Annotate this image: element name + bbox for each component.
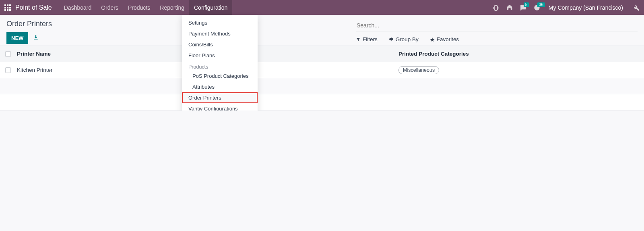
- support-icon[interactable]: [503, 0, 516, 15]
- new-button[interactable]: NEW: [6, 32, 28, 44]
- search-input[interactable]: [356, 20, 638, 31]
- svg-rect-8: [9, 9, 11, 11]
- nav-dashboard[interactable]: Dashboard: [59, 0, 97, 15]
- svg-rect-6: [4, 9, 6, 11]
- category-tag: Miscellaneous: [398, 66, 439, 74]
- company-selector[interactable]: My Company (San Francisco): [544, 4, 628, 11]
- nav-configuration[interactable]: Configuration: [189, 0, 232, 15]
- nav-orders[interactable]: Orders: [96, 0, 123, 15]
- svg-rect-5: [9, 7, 11, 8]
- col-header-categories[interactable]: Printed Product Categories: [398, 51, 644, 57]
- favorites-button[interactable]: Favorites: [430, 36, 459, 42]
- app-brand[interactable]: Point of Sale: [15, 4, 52, 11]
- favorites-label: Favorites: [437, 36, 459, 42]
- download-icon[interactable]: [33, 35, 39, 42]
- configuration-dropdown: Settings Payment Methods Coins/Bills Flo…: [182, 15, 258, 110]
- nav-right: 5 36 My Company (San Francisco): [489, 0, 644, 15]
- svg-rect-2: [9, 4, 11, 6]
- filters-label: Filters: [363, 36, 378, 42]
- nav-items: Dashboard Orders Products Reporting Conf…: [59, 0, 233, 15]
- messages-icon[interactable]: 5: [516, 0, 530, 15]
- top-navbar: Point of Sale Dashboard Orders Products …: [0, 0, 644, 15]
- table-header: Printer Name Printed Product Categories: [0, 46, 644, 62]
- blank-row: [0, 78, 644, 94]
- dd-section-products: Products: [182, 61, 258, 71]
- content-header: Order Printers NEW Filters Group By Favo…: [0, 15, 644, 46]
- dd-vantiv-configurations[interactable]: Vantiv Configurations: [182, 103, 258, 110]
- groupby-label: Group By: [396, 36, 419, 42]
- printers-table: Printer Name Printed Product Categories …: [0, 46, 644, 110]
- svg-rect-1: [7, 4, 8, 6]
- row-checkbox[interactable]: [5, 67, 11, 73]
- messages-badge: 5: [524, 2, 529, 7]
- svg-rect-10: [511, 8, 512, 10]
- activities-icon[interactable]: 36: [530, 0, 544, 15]
- dd-order-printers[interactable]: Order Printers: [182, 92, 258, 103]
- svg-rect-7: [7, 9, 8, 11]
- blank-row: [0, 94, 644, 110]
- dd-payment-methods[interactable]: Payment Methods: [182, 28, 258, 39]
- groupby-button[interactable]: Group By: [389, 36, 419, 42]
- dd-coins-bills[interactable]: Coins/Bills: [182, 39, 258, 50]
- svg-rect-4: [7, 7, 8, 8]
- svg-rect-0: [4, 4, 6, 6]
- dd-floor-plans[interactable]: Floor Plans: [182, 50, 258, 61]
- table-row[interactable]: Kitchen Printer Miscellaneous: [0, 62, 644, 78]
- nav-products[interactable]: Products: [123, 0, 155, 15]
- tools-icon[interactable]: [628, 0, 644, 15]
- svg-rect-3: [4, 7, 6, 8]
- select-all-checkbox[interactable]: [5, 51, 11, 57]
- page-title: Order Printers: [6, 20, 356, 28]
- apps-icon[interactable]: [0, 0, 15, 15]
- dd-attributes[interactable]: Attributes: [182, 81, 258, 92]
- svg-rect-9: [507, 8, 508, 10]
- nav-reporting[interactable]: Reporting: [155, 0, 189, 15]
- dd-pos-product-categories[interactable]: PoS Product Categories: [182, 71, 258, 81]
- debug-icon[interactable]: [489, 0, 503, 15]
- filters-button[interactable]: Filters: [356, 36, 378, 42]
- dd-settings[interactable]: Settings: [182, 17, 258, 28]
- activities-badge: 36: [537, 2, 545, 7]
